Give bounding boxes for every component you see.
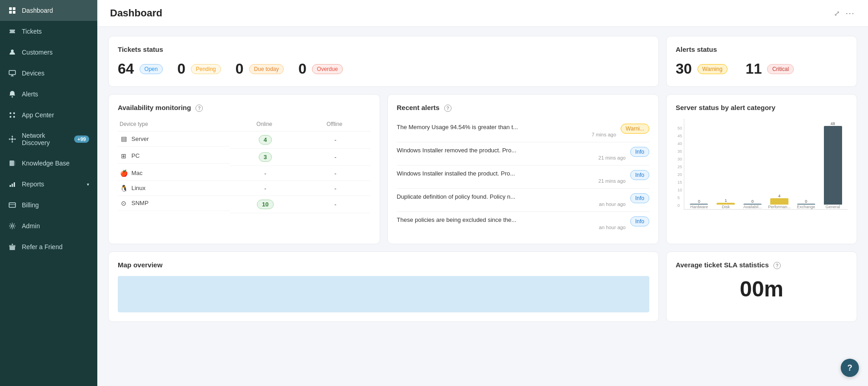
- recent-alerts-list: The Memory Usage 94.54% is greater than …: [397, 119, 650, 235]
- alert-item: The Memory Usage 94.54% is greater than …: [397, 119, 650, 142]
- device-icon: ⊞: [120, 152, 128, 160]
- sidebar-item-label: Alerts: [22, 90, 89, 98]
- svg-point-7: [10, 112, 11, 114]
- sla-statistics-title: Average ticket SLA statistics ?: [676, 261, 848, 269]
- device-online: -: [230, 166, 301, 181]
- svg-rect-23: [9, 245, 15, 247]
- grid-icon: [8, 6, 16, 15]
- alert-warning-number: 30: [676, 60, 692, 77]
- alert-text: Windows Installer installed the product.…: [397, 170, 626, 177]
- alert-stat-warning: 30 Warning: [676, 60, 728, 77]
- tickets-stats-grid: 64 Open 0 Pending 0 Due today 0 Overdue: [118, 60, 649, 77]
- y-label-35: 35: [677, 149, 682, 154]
- sidebar-item-devices[interactable]: Devices: [0, 63, 97, 84]
- sidebar-item-alerts[interactable]: Alerts: [0, 84, 97, 105]
- main-header: Dashboard ⤢ ⋯: [97, 0, 868, 27]
- sla-help-icon[interactable]: ?: [773, 262, 781, 269]
- bar-value-label: 0: [752, 199, 754, 204]
- alert-critical-number: 11: [746, 60, 762, 77]
- sidebar-item-admin[interactable]: Admin: [0, 216, 97, 236]
- device-offline: -: [301, 131, 371, 149]
- bar-outer-wrapper: 1Disk: [714, 198, 738, 209]
- device-offline: -: [301, 166, 371, 181]
- tickets-status-title: Tickets status: [118, 45, 649, 53]
- sidebar-item-label: App Center: [22, 111, 89, 119]
- ticket-duetoday-number: 0: [236, 60, 244, 77]
- ticket-stat-overdue: 0 Overdue: [298, 60, 357, 77]
- alert-badge: Info: [630, 193, 649, 203]
- availability-help-icon[interactable]: ?: [196, 105, 203, 112]
- recent-alerts-help-icon[interactable]: ?: [444, 105, 452, 112]
- expand-icon[interactable]: ⤢: [834, 9, 840, 18]
- svg-rect-17: [12, 184, 13, 187]
- device-offline: -: [301, 181, 371, 196]
- book-icon: [8, 159, 16, 167]
- tickets-status-card: Tickets status 64 Open 0 Pending 0 Due t…: [108, 36, 659, 87]
- sidebar-item-network-discovery[interactable]: Network Discovery +99: [0, 125, 97, 153]
- sidebar-item-refer[interactable]: Refer a Friend: [0, 236, 97, 257]
- sidebar-item-label: Network Discovery: [22, 132, 69, 146]
- bar-label: Disk: [722, 205, 730, 209]
- sla-value: 00m: [676, 276, 848, 301]
- sidebar-item-label: Tickets: [22, 28, 89, 35]
- app-center-icon: [8, 111, 16, 119]
- availability-monitoring-card: Availability monitoring ? Device type On…: [108, 94, 380, 244]
- alert-content: Duplicate definition of policy found. Po…: [397, 193, 626, 207]
- ticket-duetoday-badge: Due today: [249, 64, 284, 74]
- col-device-type: Device type: [118, 119, 230, 131]
- network-icon: [8, 135, 16, 143]
- y-label-20: 20: [677, 172, 682, 177]
- svg-rect-1: [13, 7, 15, 10]
- y-label-50: 50: [677, 126, 682, 130]
- sidebar-item-tickets[interactable]: Tickets: [0, 21, 97, 42]
- bar-value-label: 0: [805, 199, 807, 204]
- device-online: 4: [230, 131, 301, 149]
- alert-content: These policies are being excluded since …: [397, 216, 626, 230]
- alert-item: Windows Installer installed the product.…: [397, 165, 650, 189]
- alert-badge: Info: [630, 147, 649, 157]
- ticket-stat-open: 64 Open: [118, 60, 177, 77]
- sidebar-item-app-center[interactable]: App Center: [0, 105, 97, 125]
- ticket-icon: [8, 27, 16, 35]
- more-options-icon[interactable]: ⋯: [845, 8, 855, 19]
- svg-rect-16: [10, 185, 11, 187]
- settings-icon: [8, 222, 16, 230]
- chevron-down-icon: ▾: [87, 182, 89, 187]
- col-offline: Offline: [301, 119, 371, 131]
- alert-text: These policies are being excluded since …: [397, 216, 626, 223]
- server-status-title: Server status by alert category: [676, 104, 848, 111]
- svg-rect-5: [9, 70, 15, 75]
- svg-rect-20: [9, 204, 15, 205]
- device-online: -: [230, 181, 301, 196]
- bar-outer-wrapper: 4Performan...: [768, 194, 792, 209]
- y-label-5: 5: [677, 196, 682, 200]
- sidebar-item-label: Devices: [22, 70, 89, 77]
- help-button[interactable]: ?: [841, 359, 859, 377]
- sidebar-item-reports[interactable]: Reports ▾: [0, 174, 97, 195]
- svg-point-12: [9, 139, 10, 140]
- alert-content: Windows Installer removed the product. P…: [397, 147, 626, 160]
- sidebar-item-label: Knowledge Base: [22, 160, 89, 167]
- bar-value-label: 48: [831, 121, 835, 126]
- svg-rect-2: [9, 11, 12, 14]
- sidebar-item-knowledge-base[interactable]: Knowledge Base: [0, 153, 97, 174]
- gift-icon: [8, 243, 16, 251]
- bar-label: Hardware: [690, 205, 708, 209]
- help-icon: ?: [848, 363, 853, 373]
- alert-time: 21 mins ago: [397, 178, 626, 184]
- sidebar-item-billing[interactable]: Billing: [0, 195, 97, 216]
- svg-point-6: [12, 96, 13, 98]
- svg-point-8: [13, 112, 15, 114]
- alerts-status-card: Alerts status 30 Warning 11 Critical: [666, 36, 857, 87]
- map-overview-card: Map overview: [108, 251, 659, 322]
- sidebar-item-customers[interactable]: Customers: [0, 42, 97, 63]
- device-offline: -: [301, 196, 371, 213]
- alert-text: Windows Installer removed the product. P…: [397, 147, 626, 154]
- sidebar-item-dashboard[interactable]: Dashboard: [0, 0, 97, 21]
- bar-chart: 0Hardware1Disk0Availabil...4Performan...…: [684, 119, 848, 210]
- monitor-icon: [8, 69, 16, 77]
- bar: [770, 198, 788, 205]
- svg-point-9: [10, 116, 11, 118]
- y-label-40: 40: [677, 141, 682, 146]
- alert-warning-badge: Warning: [697, 64, 728, 74]
